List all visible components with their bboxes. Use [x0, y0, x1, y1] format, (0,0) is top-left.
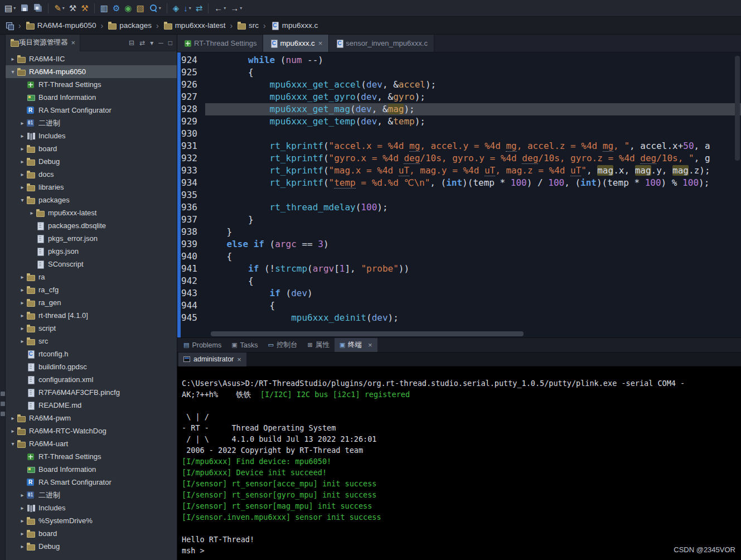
- tree-item[interactable]: README.md: [6, 399, 177, 412]
- tree-item[interactable]: SConscript: [6, 258, 177, 271]
- tree-expand-arrow-icon[interactable]: ▾: [9, 441, 17, 447]
- settings-gear-icon[interactable]: ⚙: [111, 2, 122, 15]
- tree-collapse-arrow-icon[interactable]: ▸: [28, 210, 36, 216]
- tree-collapse-arrow-icon[interactable]: ▸: [18, 146, 26, 152]
- tree-item[interactable]: ▸board: [6, 527, 177, 540]
- tree-item[interactable]: Board Information: [6, 91, 177, 104]
- editor-tab[interactable]: RT-Thread Settings: [177, 35, 263, 52]
- minimize-icon[interactable]: ─: [158, 39, 163, 47]
- tree-collapse-arrow-icon[interactable]: ▸: [18, 530, 26, 537]
- tree-collapse-arrow-icon[interactable]: ▸: [9, 415, 17, 421]
- tree-collapse-arrow-icon[interactable]: ▸: [18, 171, 26, 177]
- package-manager-icon[interactable]: ▧: [134, 2, 146, 15]
- tree-item[interactable]: ▾RA6M4-mpu6050: [6, 65, 177, 78]
- tree-collapse-arrow-icon[interactable]: ▸: [18, 543, 26, 549]
- tree-item[interactable]: RA Smart Configurator: [6, 104, 177, 117]
- tree-item[interactable]: ▸ra_gen: [6, 296, 177, 309]
- editor-tab[interactable]: mpu6xxx.c×: [263, 35, 329, 52]
- horizontal-scrollbar[interactable]: [211, 331, 732, 336]
- close-icon[interactable]: ×: [368, 341, 372, 349]
- tree-collapse-arrow-icon[interactable]: ▸: [18, 312, 26, 318]
- panel-tab[interactable]: ▭控制台: [263, 338, 303, 352]
- tree-collapse-arrow-icon[interactable]: ▸: [18, 274, 26, 280]
- tree-item[interactable]: ▸ra: [6, 271, 177, 283]
- editor-tab[interactable]: sensor_inven_mpu6xxx.c: [329, 35, 434, 52]
- tree-expand-arrow-icon[interactable]: ▾: [18, 197, 26, 203]
- tree-item[interactable]: RA Smart Configurator: [6, 476, 177, 489]
- tree-collapse-arrow-icon[interactable]: ▸: [18, 492, 26, 498]
- tree-item[interactable]: ▸RA6M4-RTC-WatchDog: [6, 424, 177, 437]
- panel-tab[interactable]: ⊞属性: [302, 338, 334, 352]
- tree-item[interactable]: ▸Includes: [6, 129, 177, 142]
- tree-collapse-arrow-icon[interactable]: ▸: [18, 287, 26, 293]
- tree-item[interactable]: ▸rt-thread [4.1.0]: [6, 309, 177, 322]
- breadcrumb-item[interactable]: mpu6xxx-latest: [163, 21, 226, 30]
- tree-collapse-arrow-icon[interactable]: ▸: [18, 158, 26, 165]
- tree-item[interactable]: ▾RA6M4-uart: [6, 437, 177, 450]
- link-editor-icon[interactable]: ⇄: [139, 39, 145, 47]
- tree-item[interactable]: RT-Thread Settings: [6, 450, 177, 463]
- panel-tab[interactable]: ▤Problems: [178, 338, 226, 352]
- tree-item[interactable]: configuration.xml: [6, 373, 177, 386]
- tree-item[interactable]: ▸RA6M4-IIC: [6, 52, 177, 65]
- breadcrumb-item[interactable]: mpu6xxx.c: [270, 21, 318, 30]
- tree-collapse-arrow-icon[interactable]: ▸: [18, 338, 26, 344]
- tree-item[interactable]: ▸script: [6, 322, 177, 335]
- build-clean-icon[interactable]: ⚒: [79, 2, 90, 15]
- debug-probe-icon[interactable]: ✎▾: [52, 2, 66, 15]
- tree-item[interactable]: ▸%SystemDrive%: [6, 514, 177, 527]
- tree-item[interactable]: ▸RA6M4-pwm: [6, 412, 177, 424]
- dropdown-arrow-icon[interactable]: ▾: [62, 6, 65, 11]
- tree-item[interactable]: ▸libraries: [6, 181, 177, 194]
- tree-item[interactable]: ▸Debug: [6, 540, 177, 553]
- panel-tab[interactable]: ▣终端×: [335, 338, 377, 352]
- dropdown-arrow-icon[interactable]: ▾: [240, 6, 242, 11]
- tree-item[interactable]: ▸Debug: [6, 155, 177, 168]
- tree-item[interactable]: pkgs_error.json: [6, 232, 177, 245]
- tree-item[interactable]: ▸docs: [6, 168, 177, 181]
- search-icon[interactable]: ▾: [147, 2, 163, 15]
- tree-collapse-arrow-icon[interactable]: ▸: [9, 56, 17, 62]
- tree-collapse-arrow-icon[interactable]: ▸: [18, 518, 26, 524]
- minimized-view-1-icon[interactable]: [1, 392, 5, 396]
- tree-item[interactable]: rtconfig.h: [6, 347, 177, 360]
- breadcrumb-item[interactable]: [5, 21, 14, 30]
- minimized-view-3-icon[interactable]: [1, 412, 5, 416]
- scrollbar-thumb[interactable]: [211, 331, 524, 336]
- debug-bug-icon[interactable]: ◉: [123, 2, 133, 15]
- tree-collapse-arrow-icon[interactable]: ▸: [18, 505, 26, 511]
- back-icon[interactable]: ←▾: [212, 2, 227, 15]
- view-menu-icon[interactable]: ▾: [150, 39, 153, 47]
- breadcrumb-item[interactable]: packages: [108, 21, 152, 30]
- breadcrumb-item[interactable]: RA6M4-mpu6050: [26, 21, 96, 30]
- target-icon[interactable]: ◈: [171, 2, 181, 15]
- tree-item[interactable]: ▸二进制: [6, 489, 177, 501]
- minimized-view-2-icon[interactable]: [1, 402, 5, 406]
- scrollbar-thumb[interactable]: [735, 56, 740, 161]
- tree-item[interactable]: Board Information: [6, 463, 177, 476]
- dropdown-arrow-icon[interactable]: ▾: [159, 6, 161, 11]
- tree-collapse-arrow-icon[interactable]: ▸: [18, 184, 26, 190]
- tree-item[interactable]: ▾packages: [6, 194, 177, 206]
- project-tree[interactable]: ▸RA6M4-IIC▾RA6M4-mpu6050RT-Thread Settin…: [6, 51, 177, 560]
- tree-item[interactable]: ▸board: [6, 142, 177, 155]
- new-icon[interactable]: ▤▾: [3, 2, 17, 15]
- save-all-icon[interactable]: [32, 2, 44, 15]
- forward-icon[interactable]: →▾: [229, 2, 244, 15]
- tree-item[interactable]: ▸mpu6xxx-latest: [6, 206, 177, 219]
- tree-item[interactable]: R7FA6M4AF3CFB.pincfg: [6, 386, 177, 399]
- tree-item[interactable]: pkgs.json: [6, 245, 177, 258]
- tree-item[interactable]: RT-Thread Settings: [6, 78, 177, 91]
- tree-item[interactable]: ▸src: [6, 335, 177, 347]
- code-editor[interactable]: 924 while (num --)925 {926 mpu6xxx_get_a…: [177, 52, 741, 337]
- console-view-icon[interactable]: ▥: [99, 2, 110, 15]
- breadcrumb-item[interactable]: src: [237, 21, 259, 30]
- tree-collapse-arrow-icon[interactable]: ▸: [18, 133, 26, 139]
- dropdown-arrow-icon[interactable]: ▾: [189, 6, 191, 11]
- tree-collapse-arrow-icon[interactable]: ▸: [9, 428, 17, 434]
- swap-icon[interactable]: ⇄: [194, 2, 205, 15]
- tree-expand-arrow-icon[interactable]: ▾: [9, 69, 17, 75]
- tab-project-explorer[interactable]: 项目资源管理器 ×: [6, 35, 80, 51]
- vertical-scrollbar[interactable]: [735, 54, 740, 330]
- maximize-icon[interactable]: □: [168, 39, 172, 47]
